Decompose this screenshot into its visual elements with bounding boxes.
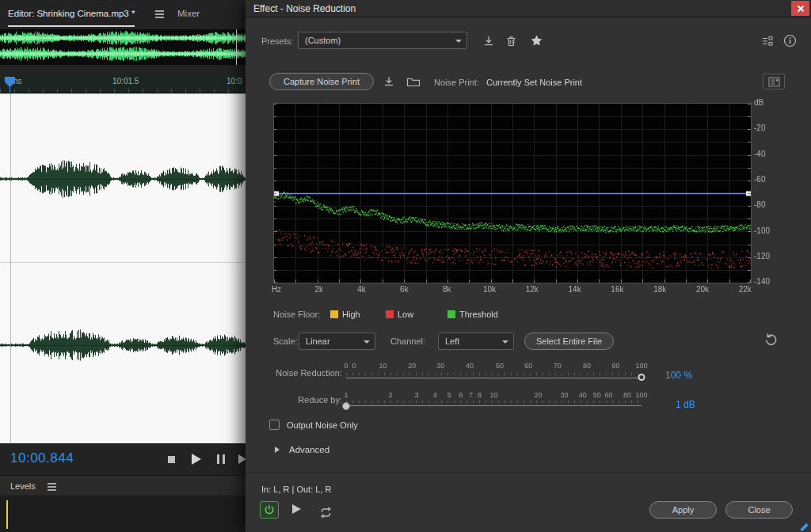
- legend-threshold-swatch: [447, 310, 455, 318]
- channel-label: Channel:: [390, 336, 425, 346]
- x-axis-label: 14k: [569, 285, 581, 294]
- close-icon[interactable]: [791, 1, 809, 16]
- reduce-by-slider[interactable]: [346, 401, 642, 411]
- stop-button[interactable]: [168, 456, 175, 463]
- time-display[interactable]: 10:00.844: [10, 450, 74, 466]
- noise-print-menu-button[interactable]: [763, 74, 785, 89]
- slider-tick-label: 50: [593, 391, 601, 399]
- presets-dropdown[interactable]: (Custom): [298, 32, 467, 49]
- waveform-editor[interactable]: [0, 93, 246, 443]
- slider-tick-label: 5: [447, 391, 451, 399]
- routing-icon: [761, 35, 774, 48]
- waveform-overview[interactable]: [0, 29, 246, 65]
- save-noise-print-button[interactable]: [380, 74, 398, 89]
- effect-power-toggle[interactable]: [260, 501, 279, 519]
- save-preset-button[interactable]: [480, 33, 497, 49]
- legend-low-swatch: [386, 310, 394, 318]
- list-box-icon: [768, 77, 780, 87]
- advanced-toggle[interactable]: Advanced: [289, 445, 329, 454]
- levels-meter: [0, 497, 246, 532]
- noise-reduction-handle[interactable]: [638, 374, 645, 381]
- tab-editor[interactable]: Editor: Shrinking Cinema.mp3 *: [8, 0, 135, 27]
- apply-button[interactable]: Apply: [649, 501, 717, 519]
- y-axis-label: -120: [754, 252, 770, 260]
- slider-track[interactable]: [346, 378, 642, 378]
- slider-tick-label: 30: [436, 362, 444, 370]
- slider-tick-label: 80: [623, 391, 631, 399]
- edit-pen-icon: [796, 519, 811, 532]
- legend-threshold-label: Threshold: [459, 310, 498, 319]
- y-axis-label: -60: [754, 175, 765, 184]
- reset-icon: [764, 332, 779, 347]
- output-noise-only-checkbox[interactable]: [269, 420, 280, 430]
- tab-mixer[interactable]: Mixer: [177, 0, 200, 27]
- download-icon: [383, 75, 395, 88]
- slider-track[interactable]: [346, 405, 642, 406]
- select-entire-file-button[interactable]: Select Entire File: [524, 332, 614, 350]
- legend-low-label: Low: [398, 310, 413, 319]
- levels-menu-icon[interactable]: [48, 486, 56, 488]
- loop-icon: [319, 507, 333, 519]
- y-axis-label: -140: [754, 277, 770, 286]
- chevron-right-icon[interactable]: [275, 446, 280, 453]
- noise-floor-legend-label: Noise Floor:: [273, 310, 320, 319]
- noise-reduction-scale: 00102030405060708090100: [346, 362, 642, 370]
- panel-menu-icon[interactable]: [155, 13, 164, 15]
- x-axis-label: 12k: [526, 285, 539, 294]
- x-axis-label: 18k: [653, 285, 666, 294]
- audition-app: Editor: Shrinking Cinema.mp3 * Mixer ms …: [0, 0, 811, 532]
- slider-tick-label: 20: [535, 391, 543, 399]
- slider-tick-label: 60: [605, 391, 613, 399]
- x-axis-label: 6k: [400, 285, 409, 294]
- presets-value: (Custom): [305, 36, 341, 45]
- slider-tick-label: 1: [344, 391, 348, 399]
- slider-tick-label: 4: [433, 391, 437, 399]
- y-axis-label: -40: [754, 150, 765, 158]
- pause-button[interactable]: [217, 454, 225, 464]
- output-noise-only-label: Output Noise Only: [287, 420, 358, 430]
- favorite-button[interactable]: [527, 32, 545, 48]
- close-button[interactable]: Close: [725, 501, 793, 519]
- loop-playback-button[interactable]: [317, 504, 334, 520]
- x-axis-label: 8k: [443, 285, 451, 294]
- y-axis-label: -20: [754, 124, 765, 132]
- levels-panel-header: Levels: [0, 475, 246, 496]
- reduce-by-value: 1 dB: [676, 399, 695, 410]
- ruler-label: 10:0: [227, 77, 242, 86]
- dialog-titlebar[interactable]: Effect - Noise Reduction: [246, 0, 811, 17]
- noise-reduction-slider[interactable]: [346, 374, 642, 383]
- slider-tick-label: 6: [459, 391, 463, 399]
- reduce-by-label: Reduce by:: [246, 395, 342, 405]
- slider-tick-label: 20: [408, 362, 416, 370]
- slider-tick-label: 30: [560, 391, 568, 399]
- tab-editor-label: Editor: Shrinking Cinema.mp3 *: [8, 9, 135, 18]
- dialog-title: Effect - Noise Reduction: [253, 0, 356, 17]
- transport-bar: 10:00.844: [0, 443, 246, 475]
- load-noise-print-button[interactable]: [405, 74, 422, 89]
- skip-button[interactable]: [238, 454, 246, 464]
- editor-panel: Editor: Shrinking Cinema.mp3 * Mixer ms …: [0, 0, 246, 532]
- slider-tick-label: 2: [389, 391, 393, 399]
- play-button[interactable]: [192, 454, 201, 465]
- noise-reduction-value: 100 %: [665, 370, 692, 381]
- reduce-by-handle[interactable]: [342, 402, 350, 410]
- scale-label: Scale:: [273, 336, 298, 346]
- slider-tick-label: 70: [554, 362, 562, 370]
- slider-tick-label: 10: [489, 391, 497, 399]
- preview-play-button[interactable]: [292, 504, 301, 514]
- playhead-line: [10, 86, 10, 93]
- slider-tick-label: 100: [635, 391, 647, 399]
- timeline-ruler[interactable]: ms 10:01.5 10:0: [0, 74, 246, 93]
- reset-button[interactable]: [763, 332, 780, 348]
- capture-noise-print-button[interactable]: Capture Noise Print: [269, 73, 374, 90]
- slider-tick-label: 100: [635, 362, 647, 370]
- slider-tick-label: 0: [344, 362, 348, 370]
- routing-button[interactable]: [759, 33, 776, 49]
- info-button[interactable]: [781, 32, 798, 48]
- slider-tick-label: 50: [496, 362, 504, 370]
- scale-dropdown[interactable]: Linear: [299, 332, 375, 350]
- delete-preset-button[interactable]: [502, 33, 520, 49]
- trash-icon: [505, 35, 517, 48]
- channel-dropdown[interactable]: Left: [438, 332, 514, 350]
- noise-floor-graph[interactable]: [273, 103, 752, 283]
